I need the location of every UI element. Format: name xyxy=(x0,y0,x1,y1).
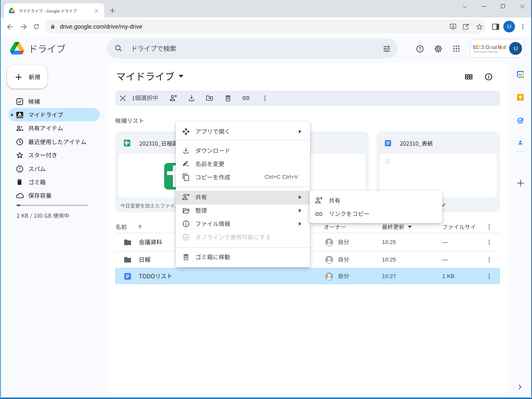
svg-text:31: 31 xyxy=(519,73,522,76)
